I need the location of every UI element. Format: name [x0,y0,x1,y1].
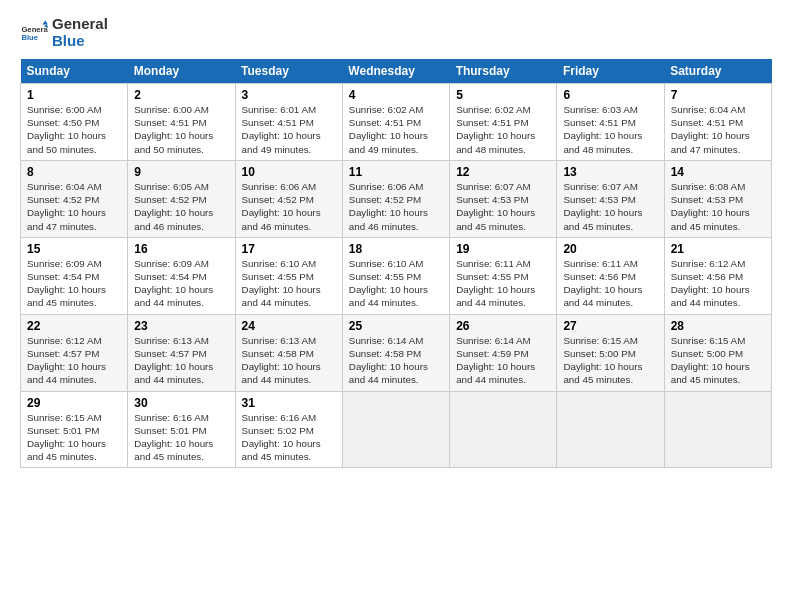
day-number: 28 [671,319,765,333]
day-info: Sunrise: 6:16 AM Sunset: 5:01 PM Dayligh… [134,411,228,464]
day-number: 7 [671,88,765,102]
weekday-header-monday: Monday [128,59,235,84]
day-info: Sunrise: 6:00 AM Sunset: 4:50 PM Dayligh… [27,103,121,156]
day-cell: 3Sunrise: 6:01 AM Sunset: 4:51 PM Daylig… [235,84,342,161]
svg-marker-2 [42,20,48,24]
day-cell: 30Sunrise: 6:16 AM Sunset: 5:01 PM Dayli… [128,391,235,468]
day-info: Sunrise: 6:00 AM Sunset: 4:51 PM Dayligh… [134,103,228,156]
day-info: Sunrise: 6:06 AM Sunset: 4:52 PM Dayligh… [242,180,336,233]
day-info: Sunrise: 6:11 AM Sunset: 4:55 PM Dayligh… [456,257,550,310]
day-info: Sunrise: 6:10 AM Sunset: 4:55 PM Dayligh… [242,257,336,310]
day-info: Sunrise: 6:07 AM Sunset: 4:53 PM Dayligh… [456,180,550,233]
day-cell: 21Sunrise: 6:12 AM Sunset: 4:56 PM Dayli… [664,237,771,314]
day-number: 23 [134,319,228,333]
day-cell: 26Sunrise: 6:14 AM Sunset: 4:59 PM Dayli… [450,314,557,391]
day-info: Sunrise: 6:05 AM Sunset: 4:52 PM Dayligh… [134,180,228,233]
day-cell: 29Sunrise: 6:15 AM Sunset: 5:01 PM Dayli… [21,391,128,468]
day-cell: 14Sunrise: 6:08 AM Sunset: 4:53 PM Dayli… [664,160,771,237]
day-info: Sunrise: 6:12 AM Sunset: 4:56 PM Dayligh… [671,257,765,310]
page: General Blue General Blue SundayMondayTu… [0,0,792,480]
day-info: Sunrise: 6:09 AM Sunset: 4:54 PM Dayligh… [134,257,228,310]
day-info: Sunrise: 6:08 AM Sunset: 4:53 PM Dayligh… [671,180,765,233]
day-number: 29 [27,396,121,410]
day-cell: 8Sunrise: 6:04 AM Sunset: 4:52 PM Daylig… [21,160,128,237]
day-info: Sunrise: 6:15 AM Sunset: 5:01 PM Dayligh… [27,411,121,464]
day-number: 20 [563,242,657,256]
day-cell: 13Sunrise: 6:07 AM Sunset: 4:53 PM Dayli… [557,160,664,237]
weekday-header-friday: Friday [557,59,664,84]
day-number: 4 [349,88,443,102]
week-row-2: 8Sunrise: 6:04 AM Sunset: 4:52 PM Daylig… [21,160,772,237]
logo-icon: General Blue [20,19,48,47]
day-cell: 7Sunrise: 6:04 AM Sunset: 4:51 PM Daylig… [664,84,771,161]
day-info: Sunrise: 6:02 AM Sunset: 4:51 PM Dayligh… [349,103,443,156]
day-cell: 15Sunrise: 6:09 AM Sunset: 4:54 PM Dayli… [21,237,128,314]
day-number: 9 [134,165,228,179]
day-cell: 17Sunrise: 6:10 AM Sunset: 4:55 PM Dayli… [235,237,342,314]
day-info: Sunrise: 6:03 AM Sunset: 4:51 PM Dayligh… [563,103,657,156]
day-number: 18 [349,242,443,256]
day-number: 27 [563,319,657,333]
day-cell: 18Sunrise: 6:10 AM Sunset: 4:55 PM Dayli… [342,237,449,314]
day-info: Sunrise: 6:06 AM Sunset: 4:52 PM Dayligh… [349,180,443,233]
day-info: Sunrise: 6:12 AM Sunset: 4:57 PM Dayligh… [27,334,121,387]
calendar-body: 1Sunrise: 6:00 AM Sunset: 4:50 PM Daylig… [21,84,772,468]
day-info: Sunrise: 6:04 AM Sunset: 4:51 PM Dayligh… [671,103,765,156]
header: General Blue General Blue [20,16,772,49]
logo-general: General [52,16,108,33]
day-info: Sunrise: 6:09 AM Sunset: 4:54 PM Dayligh… [27,257,121,310]
day-cell [342,391,449,468]
calendar-header-row: SundayMondayTuesdayWednesdayThursdayFrid… [21,59,772,84]
svg-text:Blue: Blue [21,33,38,42]
calendar-table: SundayMondayTuesdayWednesdayThursdayFrid… [20,59,772,468]
weekday-header-wednesday: Wednesday [342,59,449,84]
day-number: 26 [456,319,550,333]
day-number: 11 [349,165,443,179]
logo-blue: Blue [52,33,108,50]
day-number: 21 [671,242,765,256]
day-number: 22 [27,319,121,333]
day-info: Sunrise: 6:11 AM Sunset: 4:56 PM Dayligh… [563,257,657,310]
day-number: 2 [134,88,228,102]
day-cell [450,391,557,468]
day-info: Sunrise: 6:14 AM Sunset: 4:59 PM Dayligh… [456,334,550,387]
week-row-4: 22Sunrise: 6:12 AM Sunset: 4:57 PM Dayli… [21,314,772,391]
week-row-1: 1Sunrise: 6:00 AM Sunset: 4:50 PM Daylig… [21,84,772,161]
day-cell: 2Sunrise: 6:00 AM Sunset: 4:51 PM Daylig… [128,84,235,161]
day-info: Sunrise: 6:07 AM Sunset: 4:53 PM Dayligh… [563,180,657,233]
day-cell: 22Sunrise: 6:12 AM Sunset: 4:57 PM Dayli… [21,314,128,391]
day-info: Sunrise: 6:04 AM Sunset: 4:52 PM Dayligh… [27,180,121,233]
day-cell: 27Sunrise: 6:15 AM Sunset: 5:00 PM Dayli… [557,314,664,391]
day-number: 16 [134,242,228,256]
day-info: Sunrise: 6:15 AM Sunset: 5:00 PM Dayligh… [563,334,657,387]
day-info: Sunrise: 6:15 AM Sunset: 5:00 PM Dayligh… [671,334,765,387]
day-cell: 25Sunrise: 6:14 AM Sunset: 4:58 PM Dayli… [342,314,449,391]
day-number: 13 [563,165,657,179]
day-info: Sunrise: 6:16 AM Sunset: 5:02 PM Dayligh… [242,411,336,464]
day-cell: 9Sunrise: 6:05 AM Sunset: 4:52 PM Daylig… [128,160,235,237]
weekday-header-thursday: Thursday [450,59,557,84]
day-info: Sunrise: 6:02 AM Sunset: 4:51 PM Dayligh… [456,103,550,156]
day-number: 30 [134,396,228,410]
day-number: 19 [456,242,550,256]
day-number: 15 [27,242,121,256]
day-cell: 24Sunrise: 6:13 AM Sunset: 4:58 PM Dayli… [235,314,342,391]
day-number: 10 [242,165,336,179]
day-cell: 23Sunrise: 6:13 AM Sunset: 4:57 PM Dayli… [128,314,235,391]
day-info: Sunrise: 6:13 AM Sunset: 4:57 PM Dayligh… [134,334,228,387]
logo: General Blue General Blue [20,16,108,49]
day-info: Sunrise: 6:14 AM Sunset: 4:58 PM Dayligh… [349,334,443,387]
day-cell: 20Sunrise: 6:11 AM Sunset: 4:56 PM Dayli… [557,237,664,314]
week-row-3: 15Sunrise: 6:09 AM Sunset: 4:54 PM Dayli… [21,237,772,314]
day-number: 5 [456,88,550,102]
day-cell: 11Sunrise: 6:06 AM Sunset: 4:52 PM Dayli… [342,160,449,237]
day-number: 14 [671,165,765,179]
day-info: Sunrise: 6:01 AM Sunset: 4:51 PM Dayligh… [242,103,336,156]
day-number: 8 [27,165,121,179]
day-cell [557,391,664,468]
day-cell: 28Sunrise: 6:15 AM Sunset: 5:00 PM Dayli… [664,314,771,391]
day-number: 3 [242,88,336,102]
day-number: 1 [27,88,121,102]
weekday-header-saturday: Saturday [664,59,771,84]
day-number: 31 [242,396,336,410]
